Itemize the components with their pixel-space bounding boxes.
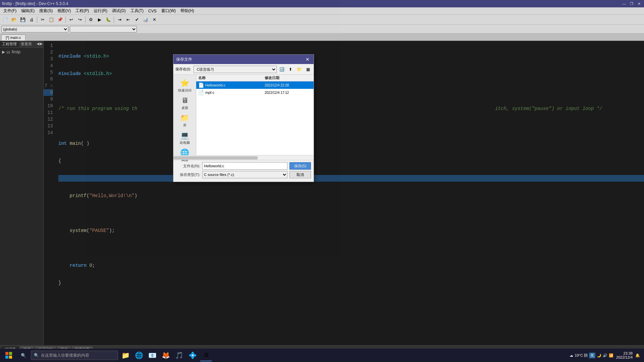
file-name-mpf: mpf.c xyxy=(205,90,263,95)
file-name-helloworld: Helloworld.c xyxy=(205,83,263,87)
tray-icon1: 🌙 xyxy=(597,353,601,358)
dialog-close-button[interactable]: ✕ xyxy=(304,56,311,63)
dialog-back-btn[interactable]: 🔙 xyxy=(278,66,285,73)
dialog-toolbar: 保存在(I): C语言练习 🔙 ⬆ 📁 ▦ xyxy=(173,64,314,75)
start-button[interactable] xyxy=(1,349,16,361)
dialog-overlay: 保存文件 ✕ 保存在(I): C语言练习 🔙 ⬆ 📁 ▦ ⭐ 快速访问 � xyxy=(0,0,644,362)
desktop-icon: 🖥 xyxy=(181,96,189,105)
date: 2022/12/4 xyxy=(616,355,633,359)
taskbar-app1[interactable]: 💠 xyxy=(186,349,199,361)
col-date-header: 修改日期 xyxy=(265,75,312,80)
svg-rect-0 xyxy=(5,352,8,355)
file-date-mpf: 2022/12/4 17:12 xyxy=(265,91,312,95)
thispc-icon: 💻 xyxy=(180,131,189,140)
file-icon-helloworld: 📄 xyxy=(198,82,204,88)
volume-icon[interactable]: 🔊 xyxy=(603,353,607,358)
clock: 23:38 2022/12/4 xyxy=(616,351,633,359)
taskbar-right: ☁ 19°C 阴 英 🌙 🔊 📶 23:38 2022/12/4 🔔 xyxy=(570,351,643,359)
dialog-newfolder-btn[interactable]: 📁 xyxy=(296,66,303,73)
dialog-file-header: 名称 修改日期 xyxy=(196,75,314,81)
file-icon-mpf: 📄 xyxy=(198,90,204,95)
time: 23:38 xyxy=(616,351,633,355)
library-label: 库 xyxy=(183,123,186,128)
file-date-helloworld: 2022/12/4 22:28 xyxy=(265,83,312,87)
svg-rect-2 xyxy=(5,356,8,359)
col-name-header: 名称 xyxy=(198,75,265,80)
dialog-hscroll-thumb xyxy=(173,156,258,160)
save-button[interactable]: 保存(S) xyxy=(289,162,311,170)
weather-temp: 19°C 阴 xyxy=(575,353,588,358)
dialog-body: ⭐ 快速访问 🖥 桌面 📁 库 💻 此电脑 🌐 网络 xyxy=(173,75,314,155)
search-icon: 🔍 xyxy=(34,353,39,358)
library-icon: 📁 xyxy=(180,114,189,122)
network-tray-icon[interactable]: 📶 xyxy=(609,353,613,358)
file-row-helloworld[interactable]: 📄 Helloworld.c 2022/12/4 22:28 xyxy=(196,81,314,89)
filename-label: 文件名(N): xyxy=(176,164,200,169)
save-dialog: 保存文件 ✕ 保存在(I): C语言练习 🔙 ⬆ 📁 ▦ ⭐ 快速访问 � xyxy=(173,54,314,182)
weather-icon: ☁ xyxy=(570,353,573,358)
desktop-label: 桌面 xyxy=(181,106,188,110)
sidebar-desktop[interactable]: 🖥 桌面 xyxy=(174,95,195,112)
search-placeholder: 在这里输入你要搜索的内容 xyxy=(41,353,89,358)
filetype-label: 保存类型(T): xyxy=(176,172,200,177)
taskbar-music[interactable]: 🎵 xyxy=(173,349,185,361)
location-combo[interactable]: C语言练习 xyxy=(194,66,277,73)
filetype-row: 保存类型(T): C source files (*.c) 取消 xyxy=(176,171,311,178)
location-label: 保存在(I): xyxy=(175,67,191,72)
taskbar-files[interactable]: 📁 xyxy=(119,349,131,361)
filename-row: 文件名(N): 保存(S) xyxy=(176,162,311,170)
taskbar-search-box[interactable]: 🔍 在这里输入你要搜索的内容 xyxy=(31,351,118,360)
taskbar-firefox[interactable]: 🦊 xyxy=(160,349,172,361)
dialog-titlebar: 保存文件 ✕ xyxy=(173,55,314,64)
svg-rect-1 xyxy=(9,352,12,355)
dialog-up-btn[interactable]: ⬆ xyxy=(287,66,294,73)
notification-icon[interactable]: 🔔 xyxy=(635,353,640,358)
dialog-footer: 文件名(N): 保存(S) 保存类型(T): C source files (*… xyxy=(173,160,314,182)
sidebar-thispc[interactable]: 💻 此电脑 xyxy=(174,130,195,146)
input-method[interactable]: 英 xyxy=(589,353,595,358)
sys-tray: ☁ 19°C 阴 英 🌙 🔊 📶 xyxy=(570,353,613,358)
dialog-file-area[interactable]: 名称 修改日期 📄 Helloworld.c 2022/12/4 22:28 📄… xyxy=(196,75,314,155)
quickaccess-icon: ⭐ xyxy=(180,79,189,87)
filetype-select[interactable]: C source files (*.c) xyxy=(202,171,287,178)
taskbar-mail[interactable]: 📧 xyxy=(146,349,158,361)
svg-rect-3 xyxy=(9,356,12,359)
filename-input[interactable] xyxy=(202,162,287,170)
taskbar-devpp[interactable]: 🖥 xyxy=(200,349,212,361)
dialog-sidebar: ⭐ 快速访问 🖥 桌面 📁 库 💻 此电脑 🌐 网络 xyxy=(173,75,196,155)
thispc-label: 此电脑 xyxy=(180,140,190,145)
dialog-title: 保存文件 xyxy=(176,57,192,62)
sidebar-library[interactable]: 📁 库 xyxy=(174,112,195,129)
taskbar-search-icon[interactable]: 🔍 xyxy=(17,349,30,361)
cancel-button[interactable]: 取消 xyxy=(289,171,311,178)
taskbar: 🔍 🔍 在这里输入你要搜索的内容 📁 🌐 📧 🦊 🎵 💠 🖥 ☁ 19°C 阴 … xyxy=(0,349,644,362)
taskbar-edge[interactable]: 🌐 xyxy=(133,349,145,361)
file-row-mpf[interactable]: 📄 mpf.c 2022/12/4 17:12 xyxy=(196,89,314,96)
dialog-hscrollbar[interactable] xyxy=(173,155,314,160)
dialog-view-btn[interactable]: ▦ xyxy=(304,66,312,73)
quickaccess-label: 快速访问 xyxy=(178,88,192,93)
sidebar-quickaccess[interactable]: ⭐ 快速访问 xyxy=(174,77,195,94)
